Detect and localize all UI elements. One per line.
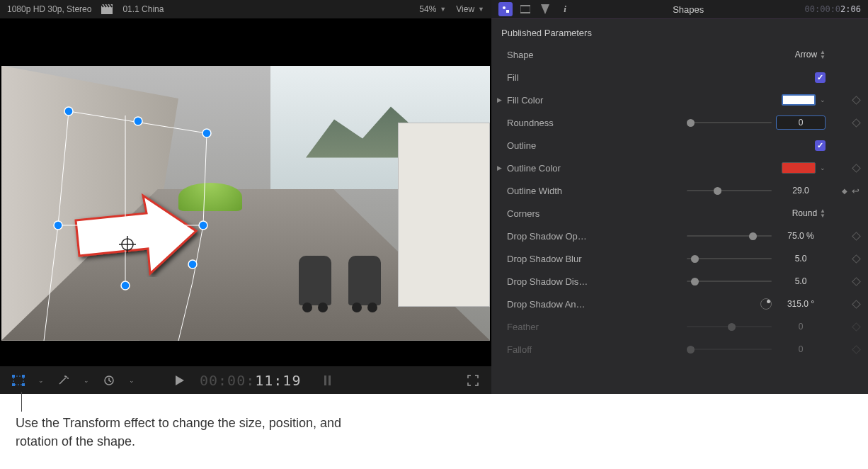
param-fill-color: ▶ Fill Color ⌄ — [491, 89, 868, 111]
feather-slider — [687, 322, 772, 332]
viewer-timecode[interactable]: 00:00:11:19 — [200, 372, 301, 389]
roundness-slider[interactable] — [687, 118, 772, 128]
svg-rect-19 — [22, 383, 25, 386]
param-ds-angle: Drop Shadow An… 315.0 ° — [491, 293, 868, 315]
shape-arrow[interactable] — [69, 192, 203, 277]
param-label: Corners — [507, 208, 606, 219]
outline-color-swatch[interactable] — [782, 162, 816, 174]
info-inspector-tab[interactable]: i — [558, 2, 572, 16]
keyframe-button[interactable] — [852, 96, 861, 105]
param-outline: Outline ✓ — [491, 134, 868, 157]
param-corners: Corners Round▲▼ — [491, 202, 868, 225]
svg-rect-15 — [13, 376, 23, 385]
param-feather: Feather 0 — [491, 315, 868, 338]
keyframe-button — [852, 322, 861, 332]
fullscreen-button[interactable] — [464, 373, 481, 388]
ds-opacity-value[interactable]: 75.0 % — [776, 231, 826, 241]
chevron-down-icon[interactable]: ⌄ — [129, 377, 135, 384]
falloff-slider — [687, 344, 772, 354]
keyframe-button[interactable] — [852, 300, 861, 309]
outline-checkbox[interactable]: ✓ — [815, 140, 826, 151]
enhance-tool-button[interactable] — [55, 373, 72, 388]
ds-blur-slider[interactable] — [687, 254, 772, 264]
zoom-value: 54% — [419, 4, 436, 14]
inspector-body: Published Parameters Shape Arrow▲▼ Fill … — [491, 19, 868, 394]
chevron-down-icon[interactable]: ⌄ — [820, 164, 826, 171]
fill-checkbox[interactable]: ✓ — [815, 72, 826, 83]
clip-format: 1080p HD 30p, Stereo — [7, 4, 91, 14]
disclosure-triangle-icon[interactable]: ▶ — [497, 164, 502, 171]
param-label: Drop Shadow Dis… — [507, 276, 606, 287]
param-label: Fill Color — [507, 95, 606, 106]
param-label: Outline — [507, 140, 606, 151]
chevron-down-icon[interactable]: ⌄ — [84, 377, 89, 384]
feather-value: 0 — [776, 322, 826, 332]
fill-color-swatch[interactable] — [782, 94, 816, 106]
param-label: Drop Shadow Blur — [507, 254, 606, 264]
clapperboard-icon — [101, 4, 113, 14]
callout-caption: Use the Transform effect to change the s… — [0, 394, 396, 469]
keyframe-button[interactable] — [852, 277, 861, 286]
keyframe-button[interactable] — [852, 254, 861, 264]
ds-blur-value[interactable]: 5.0 — [776, 254, 826, 264]
shape-popup[interactable]: Arrow▲▼ — [795, 50, 826, 60]
param-label: Shape — [507, 50, 606, 60]
corners-popup[interactable]: Round▲▼ — [792, 208, 826, 218]
param-label: Fill — [507, 72, 606, 83]
updown-icon: ▲▼ — [820, 208, 826, 218]
keyframe-button[interactable] — [852, 232, 861, 241]
param-ds-blur: Drop Shadow Blur 5.0 — [491, 247, 868, 270]
keyframe-button[interactable] — [852, 164, 861, 173]
canvas-area[interactable] — [0, 19, 491, 366]
view-label: View — [456, 4, 474, 14]
inspector-toolbar: i Shapes 00:00:02:06 — [491, 0, 868, 19]
prev-keyframe-icon[interactable]: ◆ — [842, 187, 847, 195]
viewer-toolbar: 1080p HD 30p, Stereo 01.1 China 54%▼ Vie… — [0, 0, 491, 19]
generator-inspector-tab[interactable] — [498, 2, 513, 16]
transform-tool-button[interactable] — [10, 373, 27, 388]
outline-width-slider[interactable] — [687, 186, 772, 196]
inspector-panel: i Shapes 00:00:02:06 Published Parameter… — [491, 0, 868, 394]
retime-tool-button[interactable] — [101, 373, 118, 388]
reset-button[interactable]: ↩ — [852, 186, 860, 196]
viewer-panel: 1080p HD 30p, Stereo 01.1 China 54%▼ Vie… — [0, 0, 491, 394]
audio-meter-icon — [319, 373, 336, 388]
section-published-parameters: Published Parameters — [491, 22, 868, 43]
svg-rect-28 — [520, 12, 530, 13]
ds-distance-value[interactable]: 5.0 — [776, 276, 826, 286]
keyframe-button[interactable] — [852, 118, 861, 128]
chevron-down-icon[interactable]: ⌄ — [820, 96, 826, 103]
param-label: Feather — [507, 322, 606, 332]
ds-opacity-slider[interactable] — [687, 231, 772, 241]
param-label: Outline Color — [507, 163, 606, 174]
color-inspector-tab[interactable] — [538, 2, 552, 16]
ds-distance-slider[interactable] — [687, 276, 772, 286]
param-label: Drop Shadow Op… — [507, 231, 606, 242]
svg-rect-21 — [324, 375, 326, 385]
view-menu[interactable]: View▼ — [456, 4, 484, 14]
updown-icon: ▲▼ — [820, 50, 826, 60]
callout-line — [21, 392, 22, 412]
svg-rect-18 — [12, 383, 15, 386]
chevron-down-icon: ▼ — [440, 6, 446, 13]
ds-angle-value[interactable]: 315.0 ° — [776, 299, 826, 309]
svg-rect-27 — [520, 5, 530, 6]
viewer-controls: ⌄ ⌄ ⌄ 00:00:11:19 — [0, 366, 491, 394]
param-label: Outline Width — [507, 186, 606, 196]
svg-rect-16 — [12, 375, 15, 378]
play-button[interactable] — [171, 373, 188, 388]
disclosure-triangle-icon[interactable]: ▶ — [497, 96, 502, 103]
app-window: 1080p HD 30p, Stereo 01.1 China 54%▼ Vie… — [0, 0, 868, 394]
ds-angle-dial[interactable] — [760, 298, 772, 310]
zoom-menu[interactable]: 54%▼ — [419, 4, 446, 14]
video-frame — [1, 66, 490, 341]
param-roundness: Roundness 0 — [491, 111, 868, 134]
svg-point-24 — [503, 6, 506, 9]
param-outline-width: Outline Width 29.0 ◆ ↩ — [491, 179, 868, 202]
param-label: Falloff — [507, 344, 606, 355]
video-inspector-tab[interactable] — [518, 2, 532, 16]
roundness-value[interactable]: 0 — [776, 115, 826, 130]
outline-width-value[interactable]: 29.0 — [776, 186, 826, 196]
inspector-timecode: 00:00:02:06 — [805, 4, 861, 14]
chevron-down-icon[interactable]: ⌄ — [38, 377, 44, 384]
